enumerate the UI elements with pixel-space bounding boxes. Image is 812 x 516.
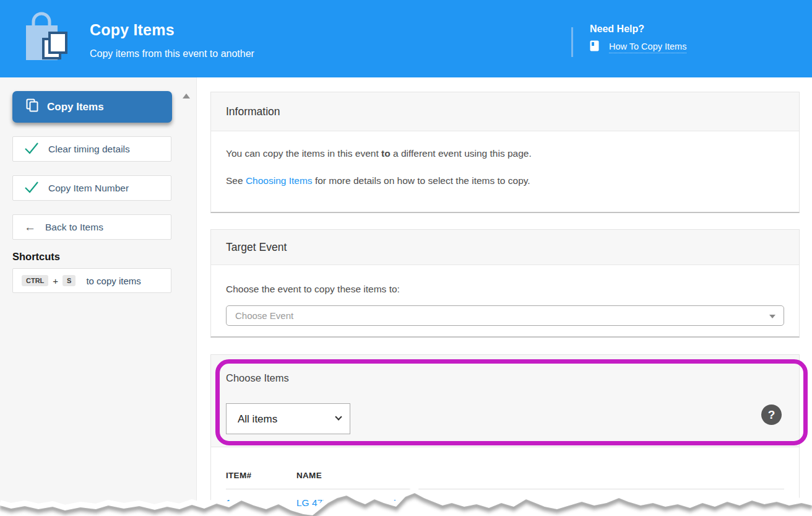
header-titles: Copy Items Copy items from this event to…: [90, 21, 254, 59]
chevron-down-icon: [769, 315, 775, 318]
shortcuts-heading: Shortcuts: [12, 251, 60, 263]
back-to-items-label: Back to Items: [45, 222, 103, 233]
sidebar-item-label: Clear timing details: [48, 144, 130, 155]
page-subtitle: Copy items from this event to another: [90, 48, 254, 59]
target-event-panel-header: Target Event: [211, 230, 799, 265]
choose-items-panel: Choose Items All items ? ITEM# NAME 100 …: [210, 354, 800, 516]
ctrl-key-badge: CTRL: [22, 275, 48, 286]
need-help-heading: Need Help?: [590, 24, 644, 35]
help-button[interactable]: ?: [761, 404, 782, 425]
shortcut-hint: CTRL + S to copy items: [12, 268, 171, 293]
back-arrow-icon: ←: [24, 221, 36, 233]
column-header-name: NAME: [296, 471, 322, 480]
items-table-header-row: ITEM# NAME: [226, 471, 784, 489]
item-name-link[interactable]: LG 47" 1080p LCD HDTV: [296, 497, 406, 509]
copy-items-page: Copy Items Copy items from this event to…: [0, 0, 812, 516]
back-to-items-button[interactable]: ← Back to Items: [12, 214, 171, 240]
column-header-item-number: ITEM#: [226, 471, 296, 480]
items-filter-select[interactable]: All items: [226, 403, 350, 434]
choose-event-placeholder: Choose Event: [235, 310, 293, 321]
choose-items-title: Choose Items: [226, 372, 289, 384]
choose-items-header: Choose Items All items ?: [211, 355, 799, 447]
items-filter-wrap: All items: [226, 403, 350, 434]
plus-sign: +: [53, 276, 58, 286]
choose-event-dropdown[interactable]: Choose Event: [226, 305, 784, 326]
check-icon: [24, 181, 39, 196]
s-key-badge: S: [63, 275, 76, 286]
table-row: 100 LG 47" 1080p LCD HDTV: [226, 489, 784, 509]
target-event-label: Choose the event to copy these items to:: [226, 284, 784, 295]
target-event-panel: Target Event Choose the event to copy th…: [210, 229, 800, 338]
sidebar-item-clear-timing-details[interactable]: Clear timing details: [12, 136, 171, 162]
main-content: Information You can copy the items in th…: [197, 77, 812, 516]
sidebar-item-copy-item-number[interactable]: Copy Item Number: [12, 175, 171, 201]
info-paragraph-2: See Choosing Items for more details on h…: [226, 175, 784, 187]
how-to-copy-items-link[interactable]: How To Copy Items: [609, 42, 686, 53]
sidebar-item-label: Copy Item Number: [48, 183, 129, 194]
sidebar-item-copy-items[interactable]: Copy Items: [12, 91, 172, 123]
items-table: ITEM# NAME 100 LG 47" 1080p LCD HDTV: [211, 447, 799, 509]
sidebar-active-label: Copy Items: [47, 101, 104, 113]
check-icon: [24, 142, 39, 157]
copy-icon: [26, 98, 38, 115]
information-panel-header: Information: [211, 92, 799, 131]
header-divider: [571, 27, 573, 57]
scroll-up-icon[interactable]: [183, 94, 190, 98]
shopping-bag-copy-icon: [25, 8, 72, 68]
app-header: Copy Items Copy items from this event to…: [0, 0, 812, 77]
item-number-link[interactable]: 100: [226, 497, 296, 509]
info-paragraph-1: You can copy the items in this event to …: [226, 148, 784, 160]
choosing-items-link[interactable]: Choosing Items: [246, 175, 313, 186]
book-icon: [590, 40, 599, 54]
shortcut-description: to copy items: [86, 276, 140, 286]
page-title: Copy Items: [90, 21, 254, 39]
sidebar: Copy Items Clear timing details Copy Ite…: [0, 77, 197, 516]
information-panel: Information You can copy the items in th…: [210, 92, 800, 213]
